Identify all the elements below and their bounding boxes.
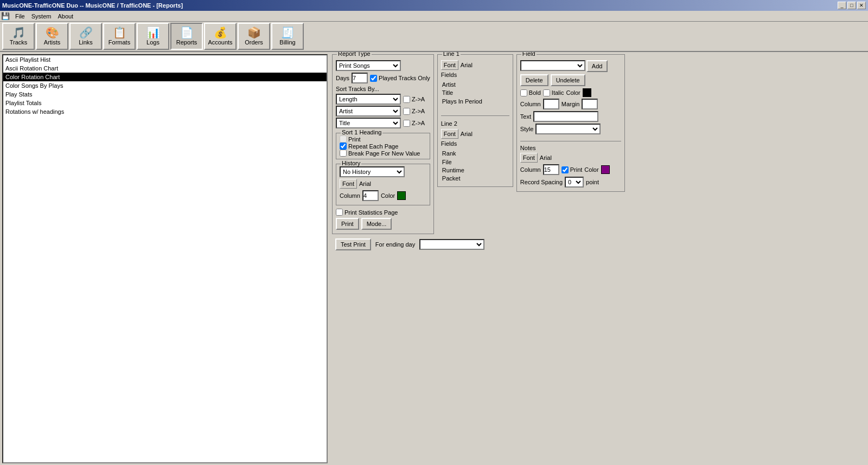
print-button[interactable]: Print <box>336 218 359 230</box>
undelete-button[interactable]: Undelete <box>551 74 585 86</box>
formats-icon: 📋 <box>113 27 126 38</box>
sort-field-1[interactable]: ArtistLengthTitle <box>336 106 401 117</box>
history-column-input[interactable] <box>362 190 379 201</box>
print-statistics-checkbox[interactable] <box>336 209 343 216</box>
list-item[interactable]: Rotations w/ headings <box>3 107 327 116</box>
sort-field-0[interactable]: LengthArtistTitle <box>336 94 401 105</box>
history-select-row: No History 7 Days 14 Days 30 Days <box>340 166 426 177</box>
notes-font-button[interactable]: Font <box>520 153 538 163</box>
right-panel: Report Type Print Songs Print Plays Prin… <box>330 52 868 465</box>
menu-system[interactable]: System <box>28 12 55 21</box>
record-spacing-label: Record Spacing <box>520 179 563 185</box>
history-column-label: Column <box>340 192 360 199</box>
field-color-swatch[interactable] <box>583 88 591 97</box>
close-button[interactable]: ✕ <box>857 2 866 9</box>
report-list[interactable]: Ascii Playlist Hist Ascii Rotation Chart… <box>2 54 328 463</box>
bold-label: Bold <box>520 89 541 96</box>
sort-za-check-1[interactable] <box>403 108 410 115</box>
toolbar-orders[interactable]: 📦 Orders <box>238 23 270 50</box>
column-label: Column <box>520 101 541 107</box>
notes-column-input[interactable] <box>543 164 559 175</box>
history-select[interactable]: No History 7 Days 14 Days 30 Days <box>340 166 405 177</box>
main-content: Ascii Playlist Hist Ascii Rotation Chart… <box>0 52 868 465</box>
italic-checkbox[interactable] <box>543 89 550 96</box>
list-item[interactable]: Ascii Playlist Hist <box>3 55 327 64</box>
sort-za-check-2[interactable] <box>403 120 410 127</box>
toolbar-logs[interactable]: 📊 Logs <box>137 23 169 50</box>
sort-field-2[interactable]: TitleLengthArtist <box>336 118 401 128</box>
style-label: Style <box>520 126 533 132</box>
played-tracks-only-checkbox[interactable] <box>370 75 377 82</box>
toolbar-formats[interactable]: 📋 Formats <box>103 23 136 50</box>
menu-file[interactable]: File <box>12 12 28 21</box>
text-input[interactable] <box>533 111 598 122</box>
list-item-selected[interactable]: Color Rotation Chart <box>3 73 327 81</box>
days-row: Days Played Tracks Only <box>336 73 430 83</box>
toolbar-links[interactable]: 🔗 Links <box>69 23 102 50</box>
italic-text: Italic <box>552 89 564 96</box>
column-margin-row: Column Margin <box>520 99 621 109</box>
sort-za-check-0[interactable] <box>403 96 410 103</box>
history-font-value: Arial <box>359 180 371 187</box>
line2-inline-title: Line 2 <box>441 120 457 127</box>
line2-font-row: Font Arial <box>441 129 509 139</box>
toolbar-reports[interactable]: 📄 Reports <box>170 23 203 50</box>
played-tracks-only-checkbox-label: Played Tracks Only <box>370 75 430 82</box>
tracks-icon: 🎵 <box>12 27 25 38</box>
window-title: MusicONE-TrafficONE Duo -- MusicONE / Tr… <box>2 2 183 9</box>
toolbar-billing[interactable]: 🧾 Billing <box>271 23 304 50</box>
line1-font-button[interactable]: Font <box>441 60 458 70</box>
report-type-title: Report Type <box>337 52 372 57</box>
artists-icon: 🎨 <box>46 27 59 38</box>
title-bar-buttons: _ □ ✕ <box>838 2 866 9</box>
menu-about[interactable]: About <box>54 12 76 21</box>
test-print-button[interactable]: Test Print <box>335 238 371 250</box>
toolbar-accounts[interactable]: 💰 Accounts <box>204 23 237 50</box>
delete-button[interactable]: Delete <box>520 74 548 86</box>
margin-input[interactable] <box>582 99 598 109</box>
bottom-action-row: Print Mode... <box>336 218 430 230</box>
line2-field-0: Rank <box>442 150 508 158</box>
minimize-button[interactable]: _ <box>838 2 846 9</box>
column-input[interactable] <box>543 99 559 109</box>
notes-color-swatch[interactable] <box>601 165 610 174</box>
history-title: History <box>341 160 361 166</box>
record-spacing-select[interactable]: 012 <box>565 177 584 188</box>
break-page-checkbox[interactable] <box>340 150 347 157</box>
sort1-heading-title: Sort 1 Heading <box>341 129 382 135</box>
list-item[interactable]: Ascii Rotation Chart <box>3 64 327 73</box>
list-item[interactable]: Play Stats <box>3 90 327 99</box>
line2-field-1: File <box>442 158 508 166</box>
print-label: Print <box>348 136 361 143</box>
break-page-text: Break Page For New Value <box>348 150 420 157</box>
field-dropdown[interactable] <box>520 60 585 71</box>
line2-field-2: Runtime <box>442 166 508 175</box>
list-item[interactable]: Color Songs By Plays <box>3 81 327 90</box>
links-icon: 🔗 <box>79 27 93 38</box>
history-color-swatch[interactable] <box>397 191 406 200</box>
print-checkbox[interactable] <box>340 135 347 143</box>
bold-italic-color-row: Bold Italic Color <box>520 88 621 97</box>
mode-button[interactable]: Mode... <box>361 218 392 230</box>
restore-button[interactable]: □ <box>847 2 856 9</box>
style-dropdown[interactable] <box>535 124 601 134</box>
toolbar-links-label: Links <box>79 39 93 46</box>
italic-label: Italic <box>543 89 564 96</box>
sort-z-a-2: Z->A <box>403 120 425 127</box>
ending-day-select[interactable] <box>419 239 484 250</box>
list-item[interactable]: Playlist Totals <box>3 99 327 107</box>
add-button[interactable]: Add <box>586 60 608 72</box>
line2-font-button[interactable]: Font <box>441 129 458 139</box>
break-page-label: Break Page For New Value <box>340 150 426 157</box>
report-type-select[interactable]: Print Songs Print Plays Print Both <box>336 60 401 71</box>
repeat-each-page-checkbox[interactable] <box>340 143 347 150</box>
reports-icon: 📄 <box>180 27 194 38</box>
menu-icon: 💾 <box>1 12 10 20</box>
notes-print-label: Print <box>561 166 583 173</box>
notes-print-checkbox[interactable] <box>561 166 569 173</box>
bold-checkbox[interactable] <box>520 89 527 96</box>
toolbar-tracks[interactable]: 🎵 Tracks <box>2 23 35 50</box>
days-input[interactable] <box>352 73 368 83</box>
history-font-button[interactable]: Font <box>340 179 357 189</box>
toolbar-artists[interactable]: 🎨 Artists <box>36 23 68 50</box>
